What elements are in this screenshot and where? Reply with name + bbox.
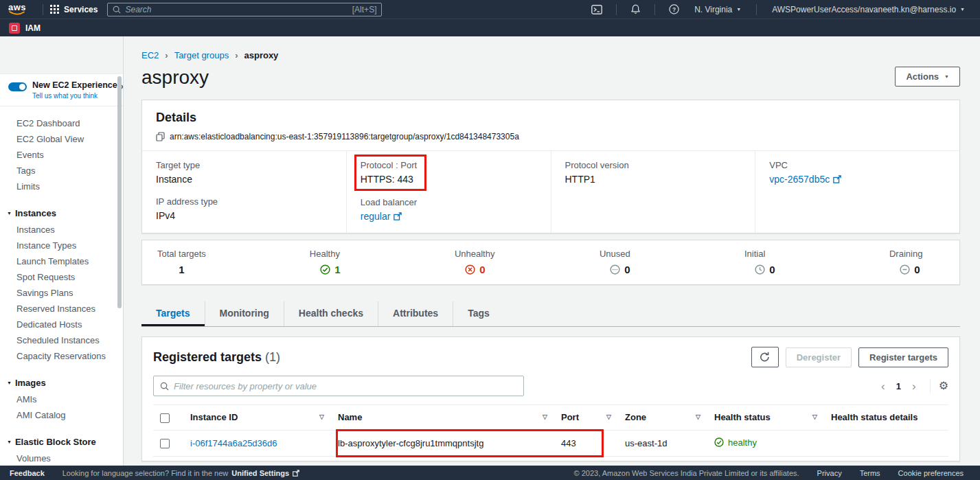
unified-settings-link[interactable]: Unified Settings bbox=[231, 469, 289, 477]
column-port[interactable]: Port ▽ bbox=[554, 405, 618, 431]
targets-health-summary: Total targets 1 Healthy 1 Unhealthy 0 bbox=[141, 240, 960, 285]
stat-healthy: Healthy 1 bbox=[310, 249, 351, 275]
iam-shortcut[interactable]: IAM bbox=[25, 23, 41, 33]
tab-attributes[interactable]: Attributes bbox=[378, 301, 453, 326]
select-all-checkbox[interactable] bbox=[160, 413, 170, 423]
triangle-down-icon: ▼ bbox=[7, 380, 12, 385]
row-checkbox[interactable] bbox=[160, 439, 170, 448]
notifications-button[interactable] bbox=[624, 4, 648, 14]
iam-service-icon bbox=[9, 23, 20, 34]
sidebar-section-instances[interactable]: ▼ Instances bbox=[0, 205, 123, 222]
sidebar-item-limits[interactable]: Limits bbox=[0, 179, 123, 194]
sidebar-item-amis[interactable]: AMIs bbox=[0, 391, 123, 407]
global-search[interactable]: [Alt+S] bbox=[107, 3, 382, 16]
settings-gear-icon[interactable]: ⚙ bbox=[939, 380, 948, 391]
privacy-link[interactable]: Privacy bbox=[817, 469, 842, 477]
filter-input[interactable] bbox=[174, 381, 517, 391]
terms-link[interactable]: Terms bbox=[860, 469, 880, 477]
column-health-status-details[interactable]: Health status details bbox=[824, 405, 948, 431]
services-label: Services bbox=[64, 5, 98, 14]
deregister-button[interactable]: Deregister bbox=[786, 347, 852, 367]
check-circle-icon bbox=[320, 264, 330, 275]
actions-button[interactable]: Actions ▼ bbox=[895, 67, 960, 87]
copy-icon[interactable] bbox=[156, 132, 165, 141]
refresh-button[interactable] bbox=[751, 347, 779, 367]
sidebar-item-ec2-dashboard[interactable]: EC2 Dashboard bbox=[0, 115, 123, 131]
sidebar-item-capacity-reservations[interactable]: Capacity Reservations bbox=[0, 348, 123, 364]
target-type-label: Target type bbox=[156, 160, 332, 170]
details-column-4: VPC vpc-2657db5c bbox=[755, 151, 959, 233]
tab-health-checks[interactable]: Health checks bbox=[284, 301, 378, 326]
sidebar-section-images[interactable]: ▼ Images bbox=[0, 374, 123, 391]
sidebar-item-ec2-global-view[interactable]: EC2 Global View bbox=[0, 131, 123, 147]
sort-icon[interactable]: ▽ bbox=[812, 413, 817, 420]
sidebar-item-events[interactable]: Events bbox=[0, 147, 123, 163]
sidebar-item-scheduled-instances[interactable]: Scheduled Instances bbox=[0, 332, 123, 348]
cookie-preferences-link[interactable]: Cookie preferences bbox=[898, 469, 964, 477]
sidebar-item-spot-requests[interactable]: Spot Requests bbox=[0, 269, 123, 285]
column-name[interactable]: Name ▽ bbox=[331, 405, 554, 431]
tab-monitoring[interactable]: Monitoring bbox=[205, 301, 284, 326]
sidebar-item-ami-catalog[interactable]: AMI Catalog bbox=[0, 407, 123, 423]
breadcrumb: EC2 › Target groups › asproxy bbox=[141, 50, 960, 60]
divider bbox=[756, 4, 757, 15]
load-balancer-link[interactable]: regular bbox=[361, 211, 402, 222]
sidebar-item-instance-types[interactable]: Instance Types bbox=[0, 238, 123, 253]
sidebar-item-dedicated-hosts[interactable]: Dedicated Hosts bbox=[0, 317, 123, 332]
registered-targets-title: Registered targets bbox=[153, 350, 262, 365]
registered-targets-table: Instance ID ▽ Name ▽ Port ▽ Zone ▽ Healt… bbox=[153, 404, 948, 457]
region-selector[interactable]: N. Virginia ▼ bbox=[686, 5, 749, 14]
sidebar-section-ebs[interactable]: ▼ Elastic Block Store bbox=[0, 433, 123, 450]
sidebar-item-launch-templates[interactable]: Launch Templates bbox=[0, 253, 123, 269]
breadcrumb-target-groups[interactable]: Target groups bbox=[174, 50, 229, 60]
sidebar-item-savings-plans[interactable]: Savings Plans bbox=[0, 285, 123, 301]
details-column-2: Protocol : Port HTTPS: 443 Load balancer… bbox=[346, 151, 551, 233]
column-health-status[interactable]: Health status ▽ bbox=[707, 405, 824, 431]
cloudshell-button[interactable] bbox=[584, 5, 609, 14]
breadcrumb-ec2[interactable]: EC2 bbox=[141, 50, 159, 60]
details-heading: Details bbox=[156, 111, 946, 125]
sort-icon[interactable]: ▽ bbox=[696, 413, 700, 420]
feedback-button[interactable]: Feedback bbox=[10, 469, 45, 477]
column-zone[interactable]: Zone ▽ bbox=[618, 405, 707, 431]
services-menu-button[interactable]: Services bbox=[50, 5, 98, 14]
sidebar-nav: EC2 Dashboard EC2 Global View Events Tag… bbox=[0, 106, 123, 466]
column-instance-id[interactable]: Instance ID ▽ bbox=[183, 405, 331, 431]
page-number: 1 bbox=[893, 381, 904, 391]
feedback-link[interactable]: Tell us what you think bbox=[32, 92, 117, 100]
help-button[interactable]: ? bbox=[662, 4, 686, 14]
previous-page-icon[interactable]: ‹ bbox=[876, 380, 891, 392]
aws-logo[interactable]: aws bbox=[8, 3, 26, 15]
new-experience-toggle[interactable] bbox=[8, 82, 27, 91]
breadcrumb-current: asproxy bbox=[244, 50, 278, 60]
table-header-row: Instance ID ▽ Name ▽ Port ▽ Zone ▽ Healt… bbox=[153, 405, 948, 431]
account-menu[interactable]: AWSPowerUserAccess/navaneeth.kn@harness.… bbox=[764, 5, 973, 14]
external-link-icon bbox=[293, 470, 299, 477]
vpc-link[interactable]: vpc-2657db5c bbox=[769, 174, 841, 185]
tab-targets[interactable]: Targets bbox=[141, 301, 205, 326]
footer: Feedback Looking for language selection?… bbox=[0, 466, 980, 480]
ip-address-type-label: IP address type bbox=[156, 196, 332, 207]
sort-icon[interactable]: ▽ bbox=[543, 413, 547, 420]
tab-tags[interactable]: Tags bbox=[453, 301, 504, 326]
filter-box[interactable] bbox=[153, 376, 524, 396]
search-input[interactable] bbox=[125, 5, 347, 14]
sidebar-item-instances[interactable]: Instances bbox=[0, 222, 123, 238]
sidebar-item-tags[interactable]: Tags bbox=[0, 163, 123, 179]
register-targets-button[interactable]: Register targets bbox=[858, 347, 948, 367]
details-column-1: Target type Instance IP address type IPv… bbox=[142, 151, 346, 233]
stat-total-targets: Total targets 1 bbox=[157, 249, 206, 275]
next-page-icon[interactable]: › bbox=[907, 380, 922, 392]
stat-draining: Draining 0 bbox=[889, 249, 931, 275]
account-label: AWSPowerUserAccess/navaneeth.kn@harness.… bbox=[772, 5, 956, 14]
chevron-right-icon: › bbox=[165, 50, 168, 60]
sidebar-item-reserved-instances[interactable]: Reserved Instances bbox=[0, 301, 123, 317]
sidebar-item-volumes[interactable]: Volumes bbox=[0, 450, 123, 466]
sidebar-scrollbar[interactable] bbox=[117, 76, 122, 308]
sort-icon[interactable]: ▽ bbox=[606, 413, 611, 420]
detail-tabs: Targets Monitoring Health checks Attribu… bbox=[141, 301, 960, 327]
refresh-icon bbox=[759, 352, 771, 363]
divider bbox=[654, 4, 655, 15]
sort-icon[interactable]: ▽ bbox=[319, 413, 324, 420]
instance-id-link[interactable]: i-06f1744a6a25d36d6 bbox=[190, 438, 277, 448]
